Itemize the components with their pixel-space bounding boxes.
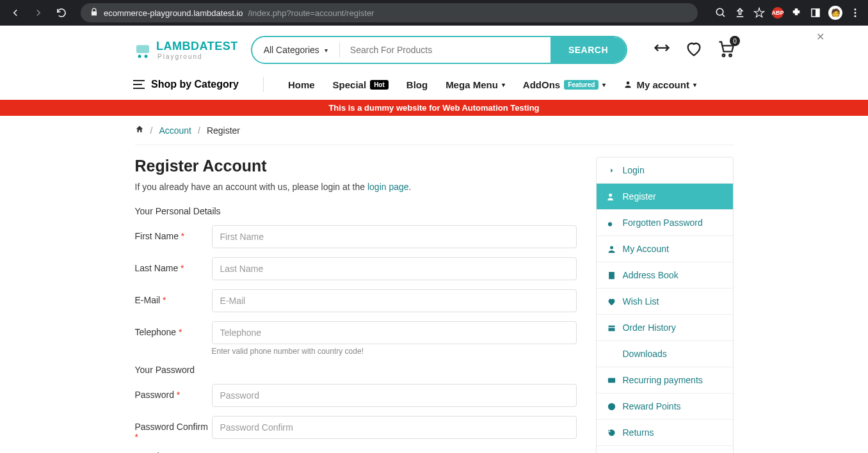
breadcrumb-register: Register xyxy=(207,125,240,136)
search-category-dropdown[interactable]: All Categories ▾ xyxy=(252,45,339,55)
chevron-down-icon: ▾ xyxy=(693,81,696,88)
svg-point-7 xyxy=(138,55,141,58)
cart-icon[interactable]: 0 xyxy=(717,40,735,60)
breadcrumb-home[interactable] xyxy=(135,125,144,136)
search-input[interactable] xyxy=(340,45,551,55)
profile-avatar[interactable]: 🧑 xyxy=(828,6,842,20)
hot-badge: Hot xyxy=(370,80,389,90)
main-nav: Shop by Category Home Special Hot Blog M… xyxy=(133,72,735,100)
sidebar-transactions[interactable]: Transactions xyxy=(597,446,733,453)
search-button[interactable]: SEARCH xyxy=(551,37,626,63)
abp-badge[interactable]: ABP xyxy=(772,7,784,19)
svg-rect-6 xyxy=(136,45,149,54)
svg-rect-2 xyxy=(816,9,819,17)
panel-icon[interactable] xyxy=(809,6,822,19)
chevron-down-icon: ▾ xyxy=(325,47,328,54)
chrome-toolbar-icons: ABP 🧑 xyxy=(714,6,862,20)
browser-forward-button[interactable] xyxy=(29,4,47,22)
logo[interactable]: LAMBDATEST Playground xyxy=(133,40,238,60)
login-hint: If you already have an account with us, … xyxy=(135,182,577,192)
sidebar-forgotten-password[interactable]: Forgotten Password xyxy=(597,210,733,236)
menu-icon[interactable] xyxy=(849,6,862,19)
sidebar-returns[interactable]: Returns xyxy=(597,420,733,446)
svg-point-14 xyxy=(610,246,613,249)
password-field[interactable] xyxy=(212,384,577,407)
svg-point-5 xyxy=(855,15,856,17)
url-path: /index.php?route=account/register xyxy=(248,8,374,18)
svg-point-0 xyxy=(716,8,723,15)
header-row: LAMBDATEST Playground All Categories ▾ S… xyxy=(133,32,735,72)
svg-point-9 xyxy=(723,54,725,57)
sidebar-order-history[interactable]: Order History xyxy=(597,315,733,341)
share-icon[interactable] xyxy=(734,6,746,19)
svg-rect-15 xyxy=(609,271,615,278)
svg-point-3 xyxy=(855,8,856,10)
url-host: ecommerce-playground.lambdatest.io xyxy=(104,8,243,18)
account-sidebar: Login Register Forgotten Password My Acc… xyxy=(596,157,734,453)
lock-icon xyxy=(90,8,99,19)
browser-chrome: ecommerce-playground.lambdatest.io/index… xyxy=(0,0,868,26)
extensions-icon[interactable] xyxy=(790,6,803,19)
sidebar-my-account[interactable]: My Account xyxy=(597,236,733,262)
last-name-label: Last Name * xyxy=(135,257,212,273)
password-confirm-field[interactable] xyxy=(212,416,577,439)
sidebar-address-book[interactable]: Address Book xyxy=(597,262,733,289)
close-icon[interactable]: ✕ xyxy=(816,31,824,43)
telephone-field[interactable] xyxy=(212,321,577,344)
sidebar-recurring-payments[interactable]: Recurring payments xyxy=(597,367,733,393)
svg-point-10 xyxy=(729,54,732,57)
svg-point-8 xyxy=(145,55,148,58)
sidebar-register[interactable]: Register xyxy=(597,184,733,210)
sidebar-wish-list[interactable]: Wish List xyxy=(597,289,733,315)
browser-reload-button[interactable] xyxy=(52,4,70,22)
svg-rect-18 xyxy=(607,378,615,383)
browser-back-button[interactable] xyxy=(6,4,24,22)
svg-point-4 xyxy=(855,12,856,14)
featured-badge: Featured xyxy=(564,80,599,90)
nav-blog[interactable]: Blog xyxy=(406,79,428,90)
page-title: Register Account xyxy=(135,157,577,175)
email-label: E-Mail * xyxy=(135,289,212,305)
login-page-link[interactable]: login page xyxy=(367,182,409,192)
chevron-down-icon: ▾ xyxy=(502,81,505,88)
search-bar: All Categories ▾ SEARCH xyxy=(251,36,627,64)
logo-subtext: Playground xyxy=(157,53,238,60)
telephone-help: Enter valid phone number with country co… xyxy=(212,347,577,356)
url-bar[interactable]: ecommerce-playground.lambdatest.io/index… xyxy=(81,3,698,22)
nav-special[interactable]: Special Hot xyxy=(333,79,389,90)
svg-point-11 xyxy=(627,81,630,84)
first-name-label: First Name * xyxy=(135,225,212,241)
svg-rect-17 xyxy=(608,328,615,331)
svg-point-12 xyxy=(609,193,612,196)
banner: This is a dummy website for Web Automati… xyxy=(0,100,868,116)
logo-text: LAMBDATEST xyxy=(156,40,238,53)
compare-icon[interactable] xyxy=(653,40,671,60)
first-name-field[interactable] xyxy=(212,225,577,248)
cart-count-badge: 0 xyxy=(730,36,740,46)
personal-details-legend: Your Personal Details xyxy=(135,206,577,216)
sidebar-login[interactable]: Login xyxy=(597,157,733,184)
svg-rect-16 xyxy=(608,325,615,327)
sidebar-downloads[interactable]: Downloads xyxy=(597,341,733,367)
nav-my-account[interactable]: My account▾ xyxy=(623,79,696,90)
telephone-label: Telephone * xyxy=(135,321,212,337)
password-confirm-label: Password Confirm * xyxy=(135,416,212,442)
nav-home[interactable]: Home xyxy=(288,79,315,90)
password-label: Password * xyxy=(135,384,212,400)
svg-point-13 xyxy=(607,222,611,226)
bookmark-icon[interactable] xyxy=(753,6,766,19)
sidebar-reward-points[interactable]: Reward Points xyxy=(597,393,733,420)
shop-by-category[interactable]: Shop by Category xyxy=(133,79,239,90)
password-legend: Your Password xyxy=(135,365,577,375)
nav-mega-menu[interactable]: Mega Menu▾ xyxy=(446,79,505,90)
breadcrumb-account[interactable]: Account xyxy=(159,125,191,136)
wishlist-icon[interactable] xyxy=(685,40,703,60)
zoom-icon[interactable] xyxy=(714,6,727,19)
email-field[interactable] xyxy=(212,289,577,312)
nav-addons[interactable]: AddOns Featured ▾ xyxy=(523,79,606,90)
chevron-down-icon: ▾ xyxy=(602,81,606,88)
last-name-field[interactable] xyxy=(212,257,577,280)
breadcrumb: / Account / Register xyxy=(135,116,734,145)
